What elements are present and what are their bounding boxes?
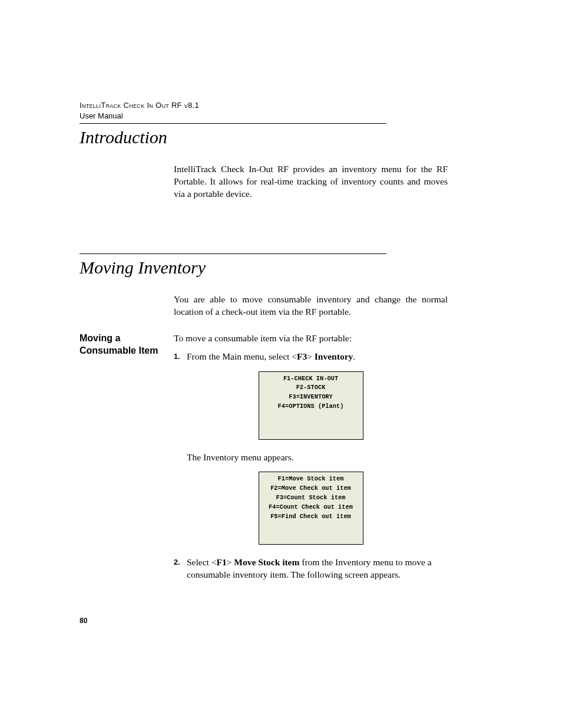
page-number: 80 — [80, 617, 87, 625]
section-rule — [80, 253, 386, 254]
section-title-introduction: Introduction — [80, 127, 482, 147]
step-number: 2. — [174, 556, 187, 581]
screen-line: F3=Count Stock item — [263, 493, 359, 503]
step-2: 2. Select <F1> Move Stock item from the … — [174, 556, 448, 581]
lead-text: To move a consumable item via the RF por… — [174, 332, 448, 345]
screen-line: F4=OPTIONS (Plant) — [263, 402, 359, 411]
screen-line: F1-CHECK IN-OUT — [263, 374, 359, 384]
screen-line: F5=Find Check out item — [263, 512, 359, 522]
moving-intro-paragraph: You are able to move consumable inventor… — [174, 294, 448, 318]
running-header: IntelliTrack Check In Out RF v8.1 User M… — [80, 100, 482, 121]
step-number: 1. — [174, 351, 187, 363]
running-header-line2: User Manual — [80, 111, 482, 121]
screen-line: F4=Count Check out item — [263, 503, 359, 512]
running-header-line1: IntelliTrack Check In Out RF v8.1 — [80, 100, 482, 111]
screen-line: F3=INVENTORY — [263, 393, 359, 402]
step-1: 1. From the Main menu, select <F3> Inven… — [174, 351, 448, 363]
rf-screen-main-menu: F1-CHECK IN-OUT F2-STOCK F3=INVENTORY F4… — [259, 371, 363, 440]
rf-screen-inventory-menu: F1=Move Stock item F2=Move Check out ite… — [259, 472, 363, 545]
inter-paragraph: The Inventory menu appears. — [187, 452, 448, 464]
intro-paragraph: IntelliTrack Check In-Out RF provides an… — [174, 163, 448, 200]
step-body: Select <F1> Move Stock item from the Inv… — [187, 556, 448, 581]
section-rule — [80, 123, 386, 124]
screen-line: F2=Move Check out item — [263, 484, 359, 493]
side-heading-moving-consumable: Moving a Consumable Item — [80, 332, 174, 357]
step-body: From the Main menu, select <F3> Inventor… — [187, 351, 448, 363]
screen-line: F2-STOCK — [263, 383, 359, 393]
screen-line: F1=Move Stock item — [263, 475, 359, 484]
section-title-moving-inventory: Moving Inventory — [80, 258, 482, 277]
